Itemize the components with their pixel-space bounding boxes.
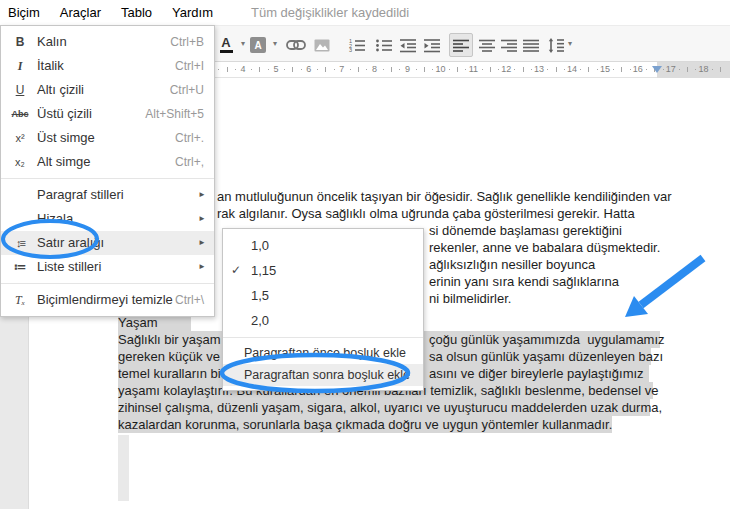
paragraph1-line[interactable]: an mutluluğunun öncelik taşıyan bir öğes… (217, 188, 672, 205)
outdent-button[interactable] (396, 33, 420, 57)
submenu-item-paragraftan-nce-bo-luk-ekle[interactable]: Paragraftan önce boşluk ekle (223, 342, 423, 364)
menu-item-shortcut: Ctrl+B (170, 30, 204, 54)
ruler-number: 8 (372, 64, 377, 74)
superscript-icon: x² (9, 126, 31, 150)
menu-item-paragraf-stilleri[interactable]: Paragraf stilleri► (1, 183, 214, 207)
menu-yardim[interactable]: Yardım (162, 0, 223, 25)
menu-separator (1, 283, 214, 284)
submenu-item-label: Paragraftan önce boşluk ekle (244, 342, 406, 364)
clear-formatting-icon: Tₓ (9, 288, 31, 312)
save-status: Tüm değişiklikler kaydedildi (251, 5, 409, 20)
paragraph1-line[interactable]: ni bilmelidirler. (429, 290, 511, 307)
submenu-item-1-0[interactable]: 1,0 (223, 233, 423, 258)
indent-button[interactable] (420, 33, 444, 57)
ruler-tick (424, 67, 425, 72)
ruler-tick (663, 69, 664, 70)
ruler-tick (547, 69, 548, 70)
paragraph2-line[interactable]: kazalardan korunma, sorunlarla başa çıkm… (118, 416, 612, 433)
numbered-list-button[interactable]: 123 (345, 33, 369, 57)
menu-tablo[interactable]: Tablo (111, 0, 162, 25)
ruler-tick (391, 67, 392, 72)
right-margin-marker-icon[interactable] (652, 66, 662, 73)
submenu-item-label: 1,0 (251, 233, 269, 258)
underline-icon: U (9, 78, 31, 102)
menu-item-kal-n[interactable]: BKalınCtrl+B (1, 30, 214, 54)
paragraph2-line[interactable]: zihinsel çalışma, düzenli yaşam, sigara,… (118, 399, 662, 416)
line-spacing-icon: ↕≡ (9, 231, 31, 255)
align-right-button[interactable] (497, 33, 521, 57)
menu-item-sat-r-aral[interactable]: ↕≡Satır aralığı► (1, 231, 214, 255)
ruler-number: 14 (567, 64, 577, 74)
menu-item-shortcut: Ctrl+, (175, 150, 204, 174)
bulleted-list-icon (375, 38, 393, 53)
ruler-tick (695, 69, 696, 70)
ruler-tick (218, 69, 219, 70)
paragraph1-line[interactable]: rak algılanır. Oysa sağlıklı olma uğrund… (217, 205, 635, 222)
menu-item-i-talik[interactable]: IİtalikCtrl+I (1, 54, 214, 78)
submenu-item-label: 2,0 (251, 308, 269, 333)
menu-item-hizala[interactable]: Hizala► (1, 207, 214, 231)
menu-item-alt-izili[interactable]: UAltı çiziliCtrl+U (1, 78, 214, 102)
italic-icon: I (9, 54, 31, 78)
submenu-item-2-0[interactable]: 2,0 (223, 308, 423, 333)
highlight-color-caret-icon[interactable]: ▾ (270, 39, 280, 48)
bulleted-list-button[interactable] (372, 33, 396, 57)
ruler-tick (259, 67, 260, 72)
list-styles-icon: ≔ (9, 255, 31, 279)
paragraph2-line[interactable]: çoğu günlük yaşamımızda uygulamamız (429, 331, 665, 348)
indent-icon (423, 38, 441, 53)
paragraph1-line[interactable]: rekenler, anne ve babalara düşmektedir. (429, 239, 660, 256)
menu-araclar[interactable]: Araçlar (50, 0, 111, 25)
ruler-tick (457, 67, 458, 72)
paragraph2-line[interactable]: temel kuralların bi (118, 365, 221, 382)
align-left-button[interactable] (449, 33, 473, 57)
submenu-item-paragraftan-sonra-bo-luk-ekle[interactable]: Paragraftan sonra boşluk ekle (223, 364, 423, 386)
submenu-item-1-5[interactable]: 1,5 (223, 283, 423, 308)
menu-item-st-simge[interactable]: x²Üst simgeCtrl+. (1, 126, 214, 150)
align-left-icon (453, 39, 469, 52)
paragraph1-line[interactable]: ağlıksızlığın nesiller boyunca (429, 256, 595, 273)
menu-item-label: Üst simge (37, 126, 95, 150)
ruler-tick (235, 69, 236, 70)
line-spacing-caret-icon[interactable]: ▾ (565, 39, 575, 48)
paragraph2-line[interactable]: gereken küçük ve (118, 348, 220, 365)
ruler-number: 4 (240, 64, 245, 74)
align-center-button[interactable] (475, 33, 499, 57)
insert-link-button[interactable] (284, 33, 308, 57)
menu-item-label: Üstü çizili (37, 102, 92, 126)
menu-item-label: Paragraf stilleri (37, 183, 124, 207)
paragraph1-line[interactable]: si dönemde başlaması gerektiğini (429, 222, 622, 239)
google-docs-window: Biçim Araçlar Tablo Yardım Tüm değişikli… (0, 0, 730, 509)
paragraph1-line[interactable]: erinin yanı sıra kendi sağlıklarına (429, 273, 619, 290)
submenu-item-1-15[interactable]: ✓1,15 (223, 258, 423, 283)
menu-item-label: Liste stilleri (37, 255, 101, 279)
checkmark-icon: ✓ (231, 258, 247, 283)
ruler-tick (531, 69, 532, 70)
ruler-tick (251, 69, 252, 70)
menu-item-shortcut: Ctrl+\ (175, 288, 204, 312)
paragraph2-line[interactable]: sa olsun günlük yaşamı düzenleyen bazı (429, 348, 663, 365)
menu-item-bi-imlendirmeyi-temizle[interactable]: TₓBiçimlendirmeyi temizleCtrl+\ (1, 288, 214, 312)
insert-image-button[interactable] (310, 33, 334, 57)
outdent-icon (399, 38, 417, 53)
menu-item-alt-simge[interactable]: x₂Alt simgeCtrl+, (1, 150, 214, 174)
text-color-button[interactable]: A (214, 33, 238, 57)
paragraph2-line[interactable]: asını ve diğer bireylerle paylaştığımız (429, 365, 644, 382)
ruler-tick (482, 69, 483, 70)
ruler-tick (613, 69, 614, 70)
justify-button[interactable] (519, 33, 543, 57)
ruler-number: 9 (405, 64, 410, 74)
ruler-number: 18 (699, 64, 709, 74)
ruler-tick (227, 67, 228, 72)
highlight-color-button[interactable]: A (246, 33, 270, 57)
menu-item-st-izili[interactable]: AbcÜstü çiziliAlt+Shift+5 (1, 102, 214, 126)
selection-empty-lines (118, 435, 129, 501)
menu-separator (223, 337, 423, 338)
paragraph2-line[interactable]: Sağlıklı bir yaşam (118, 331, 221, 348)
menu-bicim[interactable]: Biçim (0, 0, 50, 25)
menu-item-liste-stilleri[interactable]: ≔Liste stilleri► (1, 255, 214, 279)
ruler-tick (292, 67, 293, 72)
ruler-tick (325, 67, 326, 72)
ruler-tick (399, 69, 400, 70)
ruler-tick (621, 67, 622, 72)
